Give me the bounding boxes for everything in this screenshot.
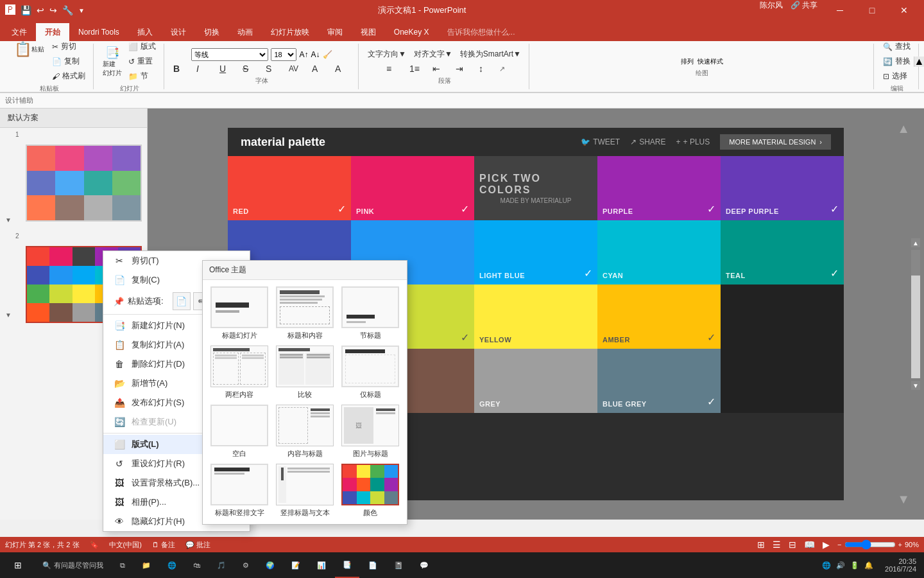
color-purple[interactable]: PURPLE ✓ [597, 156, 721, 220]
edge-btn[interactable]: 🌐 [160, 552, 184, 578]
quick-dropdown[interactable]: ▼ [78, 7, 85, 14]
wechat-btn[interactable]: 💬 [412, 552, 436, 578]
quick-save[interactable]: 💾 [21, 5, 31, 15]
section-btn[interactable]: 📁节 [126, 69, 158, 83]
color-blue-grey[interactable]: BLUE GREY ✓ [597, 349, 721, 413]
color-light-blue[interactable]: LIGHT BLUE ✓ [474, 220, 597, 285]
excel-btn[interactable]: 📊 [309, 552, 334, 578]
theme-section[interactable]: 节标题 [340, 286, 400, 340]
tweet-btn[interactable]: 🐦 TWEET [581, 137, 620, 146]
color-pink[interactable]: PINK ✓ [351, 156, 474, 220]
clear-format-btn[interactable]: 🧹 [323, 50, 332, 59]
scroll-thumb[interactable] [911, 250, 920, 276]
text-dir-btn[interactable]: 文字方向▼ [365, 48, 409, 61]
ribbon-collapse-btn[interactable]: ▲ [914, 57, 924, 67]
minimize-button[interactable]: ─ [825, 0, 855, 21]
cut-btn[interactable]: ✂剪切 [49, 40, 88, 53]
theme-color[interactable]: 颜色 [340, 464, 400, 518]
layout-btn[interactable]: ⬜版式 [126, 40, 158, 53]
color-grey[interactable]: GREY [474, 349, 597, 413]
theme-compare[interactable]: 比较 [275, 346, 335, 399]
copy-btn[interactable]: 📄复制 [49, 55, 88, 68]
char-spacing-btn[interactable]: AV [286, 63, 307, 74]
word-btn[interactable]: 📄 [361, 552, 385, 578]
font-color-btn[interactable]: A [309, 62, 330, 75]
find-btn[interactable]: 🔍查找 [880, 40, 913, 53]
notepad-btn[interactable]: 📝 [284, 552, 308, 578]
theme-content-title[interactable]: 内容与标题 [275, 405, 335, 459]
zoom-out-btn[interactable]: − [837, 541, 841, 548]
chrome-btn[interactable]: 🌍 [258, 552, 282, 578]
line-spacing-btn[interactable]: ↕ [476, 62, 497, 75]
theme-vert-title[interactable]: 竖排标题与文本 [275, 464, 335, 518]
tab-home[interactable]: 开始 [36, 23, 69, 41]
quick-settings[interactable]: 🔧 [62, 5, 73, 15]
color-deep-purple[interactable]: DEEP PURPLE ✓ [721, 156, 844, 220]
replace-btn[interactable]: 🔄替换 [880, 55, 913, 68]
tab-onekey[interactable]: OneKey X [385, 23, 438, 41]
section-collapse-icon[interactable]: ▼ [5, 216, 12, 223]
quick-styles-btn[interactable]: 快速样式 [696, 56, 724, 67]
tab-file[interactable]: 文件 [3, 23, 36, 41]
bullets-btn[interactable]: ≡ [384, 62, 404, 75]
color-teal[interactable]: TEAL ✓ [721, 220, 844, 285]
ppt-btn[interactable]: 📑 [335, 552, 359, 578]
font-size-increase[interactable]: A↑ [299, 50, 308, 59]
section-expand-icon[interactable]: ▼ [5, 311, 12, 319]
font-size-select[interactable]: 18 [271, 48, 296, 61]
underline-btn[interactable]: U [217, 63, 237, 74]
theme-two-col[interactable]: 两栏内容 [209, 346, 270, 399]
tab-help[interactable]: 告诉我你想做什么... [438, 23, 524, 41]
tab-animation[interactable]: 动画 [228, 23, 262, 41]
ruler-top-btn[interactable]: ▲ [897, 121, 910, 136]
store-btn[interactable]: 🛍 [185, 552, 208, 578]
file-explorer-btn[interactable]: 📁 [134, 552, 158, 578]
comments-btn[interactable]: 💬 批注 [185, 540, 210, 550]
color-cyan[interactable]: CYAN [597, 220, 721, 285]
new-slide-btn[interactable]: 📑 新建幻灯片 [100, 44, 124, 79]
text-highlight-btn[interactable]: A [332, 62, 353, 75]
color-amber[interactable]: AMBER ✓ [597, 285, 721, 349]
bold-btn[interactable]: B [171, 63, 191, 74]
align-text-btn[interactable]: 对齐文字▼ [411, 48, 455, 61]
strikethrough-btn[interactable]: S [240, 63, 261, 74]
theme-title-slide[interactable]: 标题幻灯片 [209, 286, 270, 340]
share-btn-palette[interactable]: ↗ SHARE [630, 137, 665, 146]
battery-icon[interactable]: 🔋 [850, 561, 859, 570]
search-bar[interactable]: 🔍 有问题尽管问我 [35, 552, 111, 578]
tab-design[interactable]: 设计 [162, 23, 195, 41]
slide-1-thumb[interactable] [26, 144, 142, 222]
slide-sorter-btn[interactable]: ⊟ [786, 539, 799, 550]
maximize-button[interactable]: □ [857, 0, 887, 21]
font-size-decrease[interactable]: A↓ [311, 50, 320, 59]
plus-btn[interactable]: + + PLUS [676, 137, 710, 146]
notification-icon[interactable]: 🔔 [864, 561, 873, 570]
increase-indent-btn[interactable]: ⇥ [453, 62, 474, 75]
zoom-slider[interactable] [844, 539, 896, 550]
theme-blank[interactable]: 空白 [209, 405, 270, 459]
ruler-bottom-btn[interactable]: ▼ [897, 492, 910, 507]
paste-btn[interactable]: 📋 粘贴 [10, 40, 48, 59]
scroll-down-btn[interactable]: ▼ [911, 381, 920, 390]
quick-undo[interactable]: ↩ [37, 5, 44, 15]
settings-btn[interactable]: ⚙ [235, 552, 257, 578]
scroll-up-btn[interactable]: ▲ [911, 238, 920, 247]
select-btn[interactable]: ⊡选择 [880, 69, 913, 83]
color-empty-2[interactable] [721, 349, 844, 413]
color-yellow[interactable]: YELLOW [474, 285, 597, 349]
italic-btn[interactable]: I [194, 63, 214, 74]
numbering-btn[interactable]: 1≡ [407, 62, 427, 75]
tab-insert[interactable]: 插入 [128, 23, 162, 41]
normal-view-btn[interactable]: ⊞ [755, 539, 767, 550]
convert-smartart-btn[interactable]: 转换为SmartArt▼ [458, 48, 524, 61]
theme-title-content[interactable]: 标题和内容 [275, 286, 335, 340]
close-button[interactable]: ✕ [889, 0, 919, 21]
reset-btn[interactable]: ↺重置 [126, 55, 158, 68]
network-icon[interactable]: 🌐 [822, 561, 831, 570]
theme-title-vert[interactable]: 标题和竖排文字 [209, 464, 270, 518]
paste-opt-1[interactable]: 📄 [173, 292, 191, 310]
color-empty-1[interactable] [721, 285, 844, 349]
tab-review[interactable]: 审阅 [318, 23, 352, 41]
para-expand[interactable]: ↗ [499, 65, 505, 73]
font-family-select[interactable]: 等线 [191, 48, 268, 61]
